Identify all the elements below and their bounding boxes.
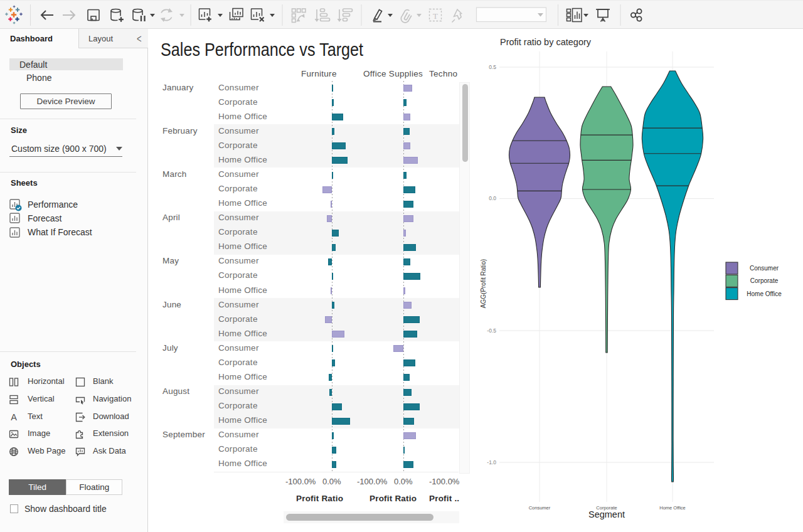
svg-text:0.5: 0.5 — [489, 64, 496, 70]
svg-text:Consumer: Consumer — [529, 505, 551, 511]
svg-text:Corporate: Corporate — [750, 277, 779, 284]
svg-text:-0.5: -0.5 — [487, 327, 496, 334]
svg-text:Consumer: Consumer — [750, 265, 779, 272]
svg-text:Segment: Segment — [588, 509, 625, 519]
svg-text:Home Office: Home Office — [747, 290, 782, 297]
svg-text:-1.0: -1.0 — [487, 459, 496, 466]
svg-text:AGG(Profit Ratio): AGG(Profit Ratio) — [480, 259, 487, 308]
svg-text:Home Office: Home Office — [659, 505, 686, 511]
svg-text:0.0: 0.0 — [489, 195, 496, 201]
svg-text:Profit ratio by category: Profit ratio by category — [500, 37, 592, 47]
